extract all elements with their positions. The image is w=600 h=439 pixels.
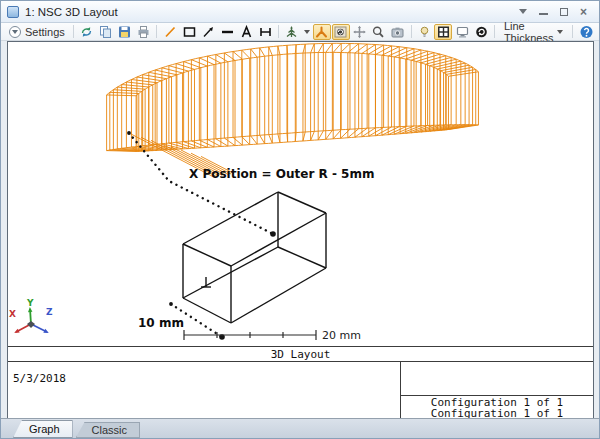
title-block: 3D Layout 5/3/2018 Configuration 1 of 1 … bbox=[8, 346, 593, 419]
lamp-button[interactable] bbox=[415, 24, 433, 40]
rectangle-tool-icon bbox=[182, 25, 197, 39]
separator bbox=[278, 25, 279, 38]
line-tool-icon bbox=[163, 25, 178, 39]
window-icon bbox=[7, 6, 19, 18]
line-thickness-button[interactable]: Line Thickness bbox=[499, 24, 569, 40]
separator bbox=[411, 25, 412, 38]
separator bbox=[156, 25, 157, 38]
monitor-button[interactable] bbox=[453, 24, 471, 40]
plot-title: 3D Layout bbox=[8, 346, 593, 362]
zoom-button[interactable] bbox=[370, 24, 388, 40]
help-icon bbox=[579, 25, 594, 39]
rotate-3d-icon bbox=[314, 25, 329, 39]
settings-label: Settings bbox=[25, 26, 65, 38]
monitor-icon bbox=[455, 25, 470, 39]
separator bbox=[73, 25, 74, 38]
snapshot-icon bbox=[390, 25, 405, 39]
hline-tool-icon bbox=[220, 25, 235, 39]
window-menu-icon[interactable] bbox=[519, 9, 527, 14]
copy-icon bbox=[98, 25, 113, 39]
orientation-button[interactable] bbox=[283, 24, 301, 40]
settings-chevron-icon bbox=[9, 26, 21, 38]
reset-view-icon bbox=[474, 25, 489, 39]
settings-button[interactable]: Settings bbox=[5, 24, 69, 40]
toolbar: Settings Line Thickness bbox=[1, 23, 599, 41]
snapshot-button[interactable] bbox=[389, 24, 407, 40]
arrow-tool-button[interactable] bbox=[199, 24, 217, 40]
rotate-button[interactable] bbox=[313, 24, 331, 40]
tab-graph[interactable]: Graph bbox=[13, 420, 73, 438]
print-button[interactable] bbox=[134, 24, 152, 40]
line-tool-button[interactable] bbox=[161, 24, 179, 40]
line-thickness-caret-icon bbox=[557, 30, 563, 34]
window-controls: × bbox=[519, 7, 593, 17]
update-icon bbox=[79, 25, 94, 39]
text-tool-icon bbox=[239, 25, 254, 39]
tab-classic[interactable]: Classic bbox=[76, 422, 140, 438]
orientation-axis-icon bbox=[284, 25, 299, 39]
arrow-tool-icon bbox=[201, 25, 216, 39]
reset-view-button[interactable] bbox=[472, 24, 490, 40]
separator bbox=[572, 25, 573, 38]
dimension-tool-button[interactable] bbox=[256, 24, 274, 40]
date-cell: 5/3/2018 bbox=[8, 362, 401, 419]
pan-icon bbox=[352, 25, 367, 39]
layout-canvas[interactable]: 3D Layout 5/3/2018 Configuration 1 of 1 … bbox=[7, 41, 594, 420]
orbit-button[interactable] bbox=[332, 24, 350, 40]
zoom-icon bbox=[371, 25, 386, 39]
save-button[interactable] bbox=[115, 24, 133, 40]
dimension-tool-icon bbox=[258, 25, 273, 39]
orientation-caret-icon[interactable] bbox=[304, 30, 310, 34]
save-icon bbox=[117, 25, 132, 39]
lamp-icon bbox=[417, 25, 432, 39]
viewport-button[interactable] bbox=[434, 24, 452, 40]
orbit-view-icon bbox=[333, 25, 348, 39]
viewport-grid-icon bbox=[436, 25, 451, 39]
rectangle-tool-button[interactable] bbox=[180, 24, 198, 40]
close-icon[interactable]: × bbox=[580, 7, 587, 17]
help-button[interactable] bbox=[577, 24, 595, 40]
window-title: 1: NSC 3D Layout bbox=[25, 6, 118, 18]
maximize-icon[interactable] bbox=[560, 8, 568, 16]
tab-bar: Graph Classic bbox=[1, 418, 599, 438]
configuration-cell: Configuration 1 of 1 Configuration 1 of … bbox=[401, 396, 593, 419]
separator bbox=[494, 25, 495, 38]
hline-tool-button[interactable] bbox=[218, 24, 236, 40]
print-icon bbox=[136, 25, 151, 39]
copy-button[interactable] bbox=[96, 24, 114, 40]
lens-file-cell bbox=[401, 362, 593, 396]
minimize-icon[interactable] bbox=[539, 13, 548, 15]
text-tool-button[interactable] bbox=[237, 24, 255, 40]
nsc-3d-layout-window: 1: NSC 3D Layout × Settings bbox=[0, 0, 600, 439]
pan-button[interactable] bbox=[351, 24, 369, 40]
line-thickness-label: Line Thickness bbox=[504, 20, 554, 44]
update-button[interactable] bbox=[77, 24, 95, 40]
content-area: 3D Layout 5/3/2018 Configuration 1 of 1 … bbox=[1, 41, 599, 418]
